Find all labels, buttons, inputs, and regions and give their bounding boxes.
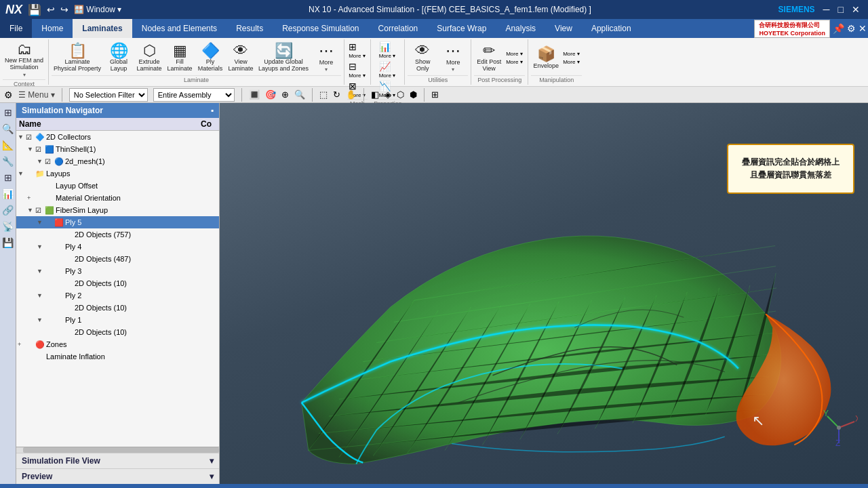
menu-tab-surface-wrap[interactable]: Surface Wrap bbox=[427, 19, 496, 38]
tree-item-8[interactable]: 2D Objects (757) bbox=[16, 228, 219, 241]
sidebar-search-icon[interactable]: 🔍 bbox=[1, 122, 15, 136]
undo-icon[interactable]: ↩ bbox=[47, 4, 55, 15]
tree-toggle[interactable]: ▼ bbox=[37, 292, 45, 299]
redo-icon[interactable]: ↪ bbox=[60, 4, 68, 15]
post-small-btn1[interactable]: More ▾ bbox=[505, 50, 525, 58]
assembly-dropdown[interactable]: Entire Assembly bbox=[153, 88, 235, 102]
viewport[interactable]: 疊層資訊完全貼合於網格上 且疊層資訊聯貫無落差 ↖ X Y Z bbox=[220, 103, 868, 484]
preview-section[interactable]: Preview ▾ bbox=[16, 468, 219, 484]
tree-toggle[interactable]: ▼ bbox=[37, 268, 45, 274]
selection-filter-dropdown[interactable]: No Selection Filter bbox=[69, 88, 148, 102]
mesh-small-btn2[interactable]: ⊟More ▾ bbox=[347, 60, 368, 79]
props-small-btn1[interactable]: 📊More ▾ bbox=[378, 41, 398, 60]
utilities-more-button[interactable]: ⋯ More ▾ bbox=[438, 42, 468, 74]
new-fem-simulation-button[interactable]: 🗂 New FEM andSimulation ▾ bbox=[3, 41, 45, 79]
tree-toggle[interactable]: ▼ bbox=[37, 243, 45, 250]
laminate-physical-property-button[interactable]: 📋 LaminatePhysical Property bbox=[52, 42, 103, 74]
menu-tab-laminates[interactable]: Laminates bbox=[73, 19, 132, 38]
view-laminate-button[interactable]: 👁 ViewLaminate bbox=[226, 42, 256, 74]
ribbon-unpin[interactable]: 📌 bbox=[833, 23, 844, 34]
tree-toggle[interactable]: ▼ bbox=[37, 317, 45, 323]
tree-check[interactable]: ☑ bbox=[26, 134, 35, 141]
navigator-close-icon[interactable]: ▪ bbox=[211, 106, 214, 115]
simulation-file-view-section[interactable]: Simulation File View ▾ bbox=[16, 453, 219, 468]
close-button[interactable]: ✕ bbox=[849, 4, 863, 15]
ribbon-settings[interactable]: ⚙ bbox=[847, 23, 856, 34]
minimize-button[interactable]: ─ bbox=[821, 4, 833, 15]
settings-icon[interactable]: ⚙ bbox=[4, 89, 13, 100]
zoom-fit-icon[interactable]: ⬚ bbox=[319, 89, 328, 100]
tree-check[interactable]: ☑ bbox=[35, 207, 45, 214]
menu-tab-analysis[interactable]: Analysis bbox=[496, 19, 545, 38]
extrude-laminate-button[interactable]: ⬡ ExtrudeLaminate bbox=[134, 42, 164, 74]
tree-check[interactable]: ☑ bbox=[45, 158, 54, 165]
rotate-icon[interactable]: ↻ bbox=[333, 89, 340, 100]
view-orient-icon[interactable]: 🔳 bbox=[249, 89, 260, 100]
sidebar-chart-icon[interactable]: 📊 bbox=[1, 187, 15, 201]
tree-item-2[interactable]: ▼ ☑ 🔵 2d_mesh(1) bbox=[16, 155, 219, 167]
envelope-button[interactable]: 📦 Envelope bbox=[531, 45, 561, 70]
restore-button[interactable]: □ bbox=[835, 4, 846, 15]
edit-post-view-button[interactable]: ✏ Edit PostView bbox=[474, 42, 504, 74]
tree-item-11[interactable]: ▼ Ply 3 bbox=[16, 265, 219, 277]
tree-check[interactable]: ☑ bbox=[35, 146, 45, 153]
more-view-icon[interactable]: ⊞ bbox=[431, 89, 439, 100]
tree-item-0[interactable]: ▼ ☑ 🔷 2D Collectors bbox=[16, 131, 219, 143]
fill-laminate-button[interactable]: ▦ FillLaminate bbox=[165, 42, 195, 74]
sidebar-home-icon[interactable]: ⊞ bbox=[3, 106, 14, 119]
tree-item-3[interactable]: ▼ 📁 Layups bbox=[16, 167, 219, 180]
menu-tab-application[interactable]: Application bbox=[582, 19, 641, 38]
navigator-tree[interactable]: ▼ ☑ 🔷 2D Collectors ▼ ☑ 🟦 ThinShell(1) ▼… bbox=[16, 131, 219, 447]
save-icon[interactable]: 💾 bbox=[28, 3, 41, 16]
window-menu[interactable]: 🪟 Window ▾ bbox=[74, 5, 121, 14]
tree-toggle[interactable]: + bbox=[27, 195, 35, 201]
tree-item-16[interactable]: 2D Objects (10) bbox=[16, 326, 219, 338]
tree-item-6[interactable]: ▼ ☑ 🟩 FiberSim Layup bbox=[16, 204, 219, 216]
sidebar-tools-icon[interactable]: 🔧 bbox=[1, 155, 15, 168]
display-options-icon[interactable]: ◧ bbox=[371, 89, 379, 100]
edge-icon[interactable]: ⬡ bbox=[397, 89, 404, 100]
tree-item-10[interactable]: 2D Objects (487) bbox=[16, 253, 219, 265]
tree-item-14[interactable]: 2D Objects (10) bbox=[16, 302, 219, 314]
filter-icon[interactable]: 🔍 bbox=[294, 89, 305, 100]
menu-tab-file[interactable]: File bbox=[0, 19, 32, 38]
tree-toggle[interactable]: ▼ bbox=[27, 207, 35, 214]
tree-item-13[interactable]: ▼ Ply 2 bbox=[16, 289, 219, 302]
tree-toggle[interactable]: ▼ bbox=[18, 134, 26, 140]
sidebar-signal-icon[interactable]: 📡 bbox=[1, 220, 15, 233]
menu-button[interactable]: ☰ Menu ▾ bbox=[18, 90, 55, 100]
tree-item-17[interactable]: + 🔴 Zones bbox=[16, 338, 219, 350]
tree-toggle[interactable]: ▼ bbox=[37, 158, 45, 165]
tree-item-5[interactable]: + Material Orientation bbox=[16, 192, 219, 204]
sidebar-save-icon[interactable]: 💾 bbox=[1, 236, 15, 249]
tree-item-18[interactable]: Laminate Inflation bbox=[16, 350, 219, 363]
pan-icon[interactable]: ✋ bbox=[346, 89, 357, 100]
manip-small-btn1[interactable]: More ▾ bbox=[561, 50, 582, 58]
global-layup-button[interactable]: 🌐 GlobalLayup bbox=[104, 42, 134, 74]
menu-tab-results[interactable]: Results bbox=[226, 19, 273, 38]
sidebar-grid-icon[interactable]: ⊞ bbox=[3, 171, 14, 184]
menu-tab-correlation[interactable]: Correlation bbox=[369, 19, 428, 38]
shading-icon[interactable]: ◈ bbox=[384, 89, 391, 100]
laminate-more-button[interactable]: ⋯ More ▾ bbox=[311, 42, 341, 74]
menu-tab-view[interactable]: View bbox=[545, 19, 582, 38]
tree-item-12[interactable]: 2D Objects (10) bbox=[16, 277, 219, 289]
tree-item-4[interactable]: Layup Offset bbox=[16, 180, 219, 192]
tree-item-1[interactable]: ▼ ☑ 🟦 ThinShell(1) bbox=[16, 143, 219, 155]
menu-tab-home[interactable]: Home bbox=[32, 19, 73, 38]
menu-tab-nodes-elements[interactable]: Nodes and Elements bbox=[132, 19, 226, 38]
manip-small-btn2[interactable]: More ▾ bbox=[561, 58, 582, 66]
mesh-small-btn1[interactable]: ⊞More ▾ bbox=[347, 41, 368, 60]
tree-toggle[interactable]: + bbox=[18, 341, 26, 348]
tree-item-15[interactable]: ▼ Ply 1 bbox=[16, 314, 219, 326]
select-icon[interactable]: ⊕ bbox=[281, 89, 289, 100]
tree-item-7[interactable]: ▼ 🟥 Ply 5 bbox=[16, 216, 219, 228]
tree-toggle[interactable]: ▼ bbox=[27, 146, 35, 152]
sidebar-link-icon[interactable]: 🔗 bbox=[1, 203, 15, 217]
wireframe-icon[interactable]: ⬢ bbox=[410, 89, 417, 100]
tree-toggle[interactable]: ▼ bbox=[37, 219, 45, 226]
show-only-button[interactable]: 👁 ShowOnly bbox=[408, 42, 437, 74]
tree-item-9[interactable]: ▼ Ply 4 bbox=[16, 241, 219, 253]
props-small-btn2[interactable]: 📈More ▾ bbox=[378, 60, 398, 79]
ply-materials-button[interactable]: 🔷 PlyMaterials bbox=[195, 42, 225, 74]
